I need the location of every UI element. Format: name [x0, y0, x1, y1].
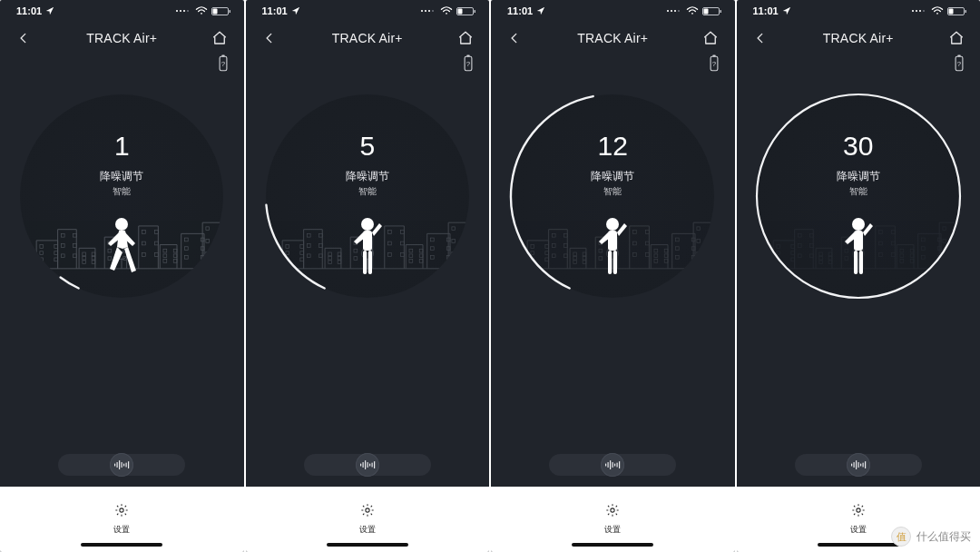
status-time: 11:01	[16, 5, 42, 16]
noise-level-value: 5	[259, 131, 476, 162]
page-title: TRACK Air+	[577, 31, 648, 45]
svg-rect-9	[221, 55, 224, 57]
svg-rect-146	[368, 251, 372, 274]
mode-label: 智能	[504, 185, 721, 198]
svg-rect-147	[360, 464, 361, 467]
person-icon	[592, 216, 633, 280]
svg-rect-74	[128, 461, 129, 468]
slider-knob[interactable]	[601, 453, 624, 477]
person-icon	[838, 216, 879, 280]
slider-knob[interactable]	[847, 453, 870, 477]
mode-slider[interactable]	[795, 454, 922, 476]
slider-knob[interactable]	[110, 453, 133, 477]
back-button[interactable]	[751, 30, 769, 46]
wifi-icon	[686, 6, 699, 15]
svg-point-4	[201, 13, 202, 15]
svg-point-143	[361, 218, 374, 231]
cell-signal-icon	[175, 6, 191, 15]
svg-point-238	[936, 13, 938, 15]
svg-rect-73	[126, 463, 127, 468]
back-button[interactable]	[505, 30, 524, 46]
page-title: TRACK Air+	[332, 31, 403, 45]
svg-rect-311	[862, 463, 863, 468]
noise-level-value: 30	[750, 131, 967, 162]
earbud-battery-icon[interactable]: ?	[462, 54, 475, 76]
home-button[interactable]	[456, 30, 475, 46]
svg-point-302	[852, 218, 865, 231]
person-icon	[101, 216, 142, 280]
svg-rect-310	[860, 464, 861, 467]
location-icon	[782, 6, 791, 15]
earbud-battery-icon[interactable]: ?	[708, 54, 720, 76]
settings-button[interactable]	[851, 503, 866, 521]
svg-point-233	[611, 508, 614, 512]
settings-button[interactable]	[114, 503, 129, 521]
svg-rect-225	[613, 251, 617, 274]
settings-button[interactable]	[605, 503, 620, 521]
page-title: TRACK Air+	[86, 31, 157, 45]
tab-bar: 设置	[737, 487, 981, 552]
noise-label: 降噪调节	[504, 169, 721, 184]
svg-rect-241	[949, 8, 954, 14]
mode-slider[interactable]	[58, 454, 185, 476]
home-button[interactable]	[701, 30, 720, 46]
settings-label: 设置	[359, 524, 376, 536]
status-time: 11:01	[262, 5, 288, 16]
home-indicator	[81, 543, 162, 547]
svg-rect-305	[859, 251, 863, 274]
svg-point-75	[120, 508, 123, 512]
svg-point-313	[857, 508, 860, 512]
svg-rect-223	[608, 231, 617, 251]
cell-signal-icon	[420, 6, 436, 15]
wifi-icon	[195, 6, 208, 15]
soundwave-icon	[604, 458, 621, 471]
phone-screen: 11:01TRACK Air+?1降噪调节智能设置	[0, 0, 244, 552]
mode-label: 智能	[750, 185, 967, 198]
slider-knob[interactable]	[356, 453, 379, 477]
svg-rect-229	[612, 462, 613, 468]
svg-rect-308	[856, 460, 857, 469]
svg-point-159	[691, 13, 693, 15]
svg-point-157	[673, 10, 675, 12]
svg-point-155	[666, 10, 668, 12]
svg-rect-224	[608, 251, 612, 274]
noise-level-value: 12	[504, 131, 721, 162]
svg-text:?: ?	[220, 60, 225, 68]
svg-point-77	[425, 10, 426, 12]
noise-label: 降噪调节	[13, 169, 230, 184]
svg-point-235	[916, 10, 917, 12]
svg-rect-6	[229, 10, 230, 13]
svg-point-237	[923, 10, 925, 12]
battery-icon	[702, 6, 722, 16]
app-header: TRACK Air+	[0, 22, 244, 54]
page-title: TRACK Air+	[823, 31, 894, 45]
mode-slider[interactable]	[549, 454, 676, 476]
noise-dial[interactable]: 1降噪调节智能	[13, 87, 230, 305]
mode-slider[interactable]	[304, 454, 431, 476]
svg-rect-161	[720, 10, 721, 13]
svg-rect-70	[119, 460, 120, 469]
back-button[interactable]	[260, 30, 279, 46]
noise-dial[interactable]: 5降噪调节智能	[259, 87, 476, 305]
home-button[interactable]	[211, 30, 229, 46]
svg-point-67	[115, 218, 128, 231]
noise-dial[interactable]: 30降噪调节智能	[750, 87, 967, 305]
svg-rect-153	[374, 461, 375, 468]
earbud-battery-icon[interactable]: ?	[953, 54, 965, 76]
svg-rect-227	[608, 462, 609, 468]
status-time: 11:01	[507, 5, 533, 16]
home-button[interactable]	[947, 30, 965, 46]
svg-rect-307	[853, 462, 854, 468]
noise-dial[interactable]: 12降噪调节智能	[504, 87, 721, 305]
mode-label: 智能	[259, 185, 476, 198]
wifi-icon	[440, 6, 453, 15]
gear-icon	[114, 503, 129, 518]
settings-button[interactable]	[360, 503, 375, 521]
svg-point-1	[179, 10, 181, 12]
earbud-battery-icon[interactable]: ?	[217, 54, 230, 76]
svg-rect-85	[466, 55, 469, 57]
svg-rect-69	[117, 462, 118, 468]
svg-point-76	[421, 10, 423, 12]
svg-rect-232	[619, 461, 620, 468]
back-button[interactable]	[15, 30, 33, 46]
